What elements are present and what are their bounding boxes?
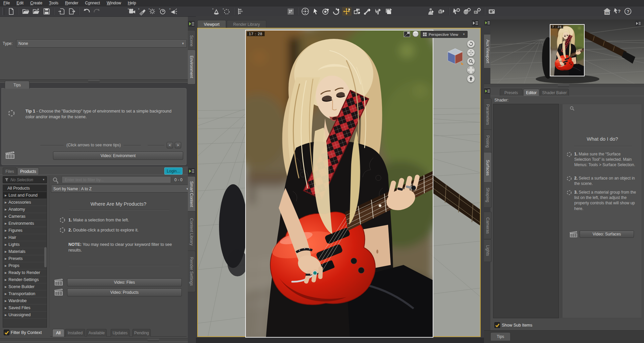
frame-view-icon[interactable] [467, 66, 475, 74]
category-environments[interactable]: ▶Environments [3, 220, 47, 227]
expand-arrow-icon[interactable]: ▶ [5, 215, 7, 218]
open-file-icon[interactable] [21, 7, 31, 16]
category-figures[interactable]: ▶Figures [3, 227, 47, 234]
status-tab-pending[interactable]: Pending [132, 329, 151, 337]
new-distant-light-icon[interactable]: + [158, 7, 167, 16]
new-point-light-icon[interactable]: + [148, 7, 157, 16]
tab-smart-content[interactable]: Smart Content [188, 176, 196, 212]
pane-menu-icon[interactable] [484, 88, 490, 95]
filter-by-context-checkbox[interactable] [4, 330, 9, 335]
aspect-frame-icon[interactable] [404, 31, 410, 39]
help-icon[interactable]: ? [623, 7, 633, 16]
tool-settings-icon[interactable] [452, 7, 461, 16]
tab-render-settings[interactable]: Render Settings [188, 251, 196, 292]
prev-tip-button[interactable]: < [167, 142, 173, 148]
zoom-view-icon[interactable] [467, 57, 475, 65]
new-null-icon[interactable]: + [222, 7, 231, 16]
category-render-settings[interactable]: ▶Render-Settings [3, 276, 47, 283]
view-cube-gizmo[interactable] [446, 47, 464, 66]
tab-surfaces[interactable]: Surfaces [484, 152, 492, 184]
tab-shaping[interactable]: Shaping [484, 182, 492, 208]
category-filter-dropdown[interactable]: No Selection ▼ [3, 176, 47, 183]
right-tips-tab[interactable]: Tips [490, 332, 511, 341]
presets-tab[interactable]: Presets [500, 89, 523, 96]
expand-arrow-icon[interactable]: ▶ [5, 278, 7, 281]
expand-arrow-icon[interactable]: ▶ [5, 243, 7, 246]
tab-cameras[interactable]: Cameras [484, 212, 492, 239]
category-all-products[interactable]: All Products [3, 185, 47, 192]
orbit-view-icon[interactable] [467, 40, 475, 48]
next-tip-button[interactable]: > [175, 142, 181, 148]
status-tab-installed[interactable]: Installed [65, 329, 85, 337]
video-products-button[interactable]: Video: Products [67, 288, 182, 296]
new-headlamp-icon[interactable]: + [168, 7, 178, 16]
geometry-tool-icon[interactable] [384, 7, 393, 16]
login-button[interactable]: Login... [164, 167, 182, 175]
surfaces-vsplitter[interactable] [559, 104, 562, 318]
menu-file[interactable]: File [0, 0, 13, 6]
category-saved-files[interactable]: ▶Saved Files [3, 304, 47, 312]
expand-arrow-icon[interactable]: ▶ [5, 250, 7, 253]
new-primitive-icon[interactable]: + [211, 7, 221, 16]
exit-view-icon[interactable] [467, 75, 475, 83]
viewport-tab[interactable]: Viewport [197, 20, 226, 28]
expand-arrow-icon[interactable]: ▶ [5, 194, 7, 197]
undo-icon[interactable] [82, 7, 91, 16]
show-sub-items-checkbox[interactable] [494, 322, 500, 328]
tab-lights[interactable]: Lights [484, 239, 492, 262]
expand-arrow-icon[interactable]: ▶ [5, 285, 7, 288]
layout-grid-icon[interactable] [286, 7, 295, 16]
video-surfaces-button[interactable]: Video: Surfaces [580, 230, 634, 238]
import-icon[interactable] [57, 7, 66, 16]
tab-posing[interactable]: Posing [484, 129, 492, 153]
expand-arrow-icon[interactable]: ▶ [5, 264, 7, 267]
category-presets[interactable]: ▶Presets [3, 255, 47, 262]
expand-arrow-icon[interactable]: ▶ [5, 229, 7, 232]
expand-arrow-icon[interactable]: ▶ [5, 306, 7, 310]
tips-tab[interactable]: Tips [5, 81, 30, 89]
video-environment-button[interactable]: Video: Environment [53, 151, 183, 160]
new-file-icon[interactable] [6, 7, 16, 16]
expand-arrow-icon[interactable]: ▶ [5, 222, 7, 225]
menu-connect[interactable]: Connect [82, 0, 103, 6]
pane-menu-icon[interactable] [484, 20, 490, 27]
new-spotlight-icon[interactable]: + [137, 7, 147, 16]
bottom-splitter[interactable] [0, 338, 188, 342]
scale-tool-icon[interactable] [353, 7, 362, 16]
menu-create[interactable]: Create [27, 0, 46, 6]
category-anatomy[interactable]: ▶Anatomy [3, 206, 47, 213]
redo-icon[interactable] [92, 7, 102, 16]
aux-viewport-canvas[interactable]: 7 : 28 [490, 19, 644, 84]
sort-dropdown[interactable]: Sort by Name : A to Z ▼ [51, 185, 191, 193]
category-accessories[interactable]: ▶Accessories [3, 199, 47, 206]
search-input[interactable] [62, 176, 171, 183]
orbit-tool-icon[interactable] [321, 7, 331, 16]
render-camera-icon[interactable] [487, 7, 497, 16]
list-scrollbar[interactable] [44, 247, 47, 267]
search-icon[interactable] [570, 106, 575, 113]
menu-window[interactable]: Window [103, 0, 124, 6]
files-tab[interactable]: Files [3, 167, 17, 175]
menu-edit[interactable]: Edit [13, 0, 27, 6]
tab-parameters[interactable]: Parameters [484, 98, 492, 131]
expand-arrow-icon[interactable]: ▶ [5, 314, 7, 317]
category-hair[interactable]: ▶Hair [3, 234, 47, 241]
category-ready-to-render[interactable]: ▶Ready to Render [3, 269, 47, 276]
menu-tools[interactable]: Tools [46, 0, 62, 6]
new-camera-icon[interactable]: + [127, 7, 136, 16]
scene-outline-icon[interactable] [236, 7, 246, 16]
rotate-tool-icon[interactable] [332, 7, 341, 16]
category-wardrobe[interactable]: ▶Wardrobe [3, 297, 47, 304]
export-icon[interactable] [67, 7, 76, 16]
expand-arrow-icon[interactable]: ▶ [5, 201, 7, 204]
surface-selection-tool-icon[interactable] [373, 7, 383, 16]
open-recent-icon[interactable] [32, 7, 41, 16]
shader-baker-tab[interactable]: Shader Baker [540, 89, 569, 96]
translate-tool-icon[interactable] [342, 7, 352, 16]
pane-menu-icon[interactable] [472, 20, 479, 27]
drawstyle-sphere-icon[interactable] [412, 30, 419, 39]
expand-arrow-icon[interactable]: ▶ [5, 257, 7, 260]
video-files-button[interactable]: Video: Files [67, 278, 182, 286]
expand-arrow-icon[interactable]: ▶ [5, 271, 7, 274]
category-lights[interactable]: ▶Lights [3, 241, 47, 248]
